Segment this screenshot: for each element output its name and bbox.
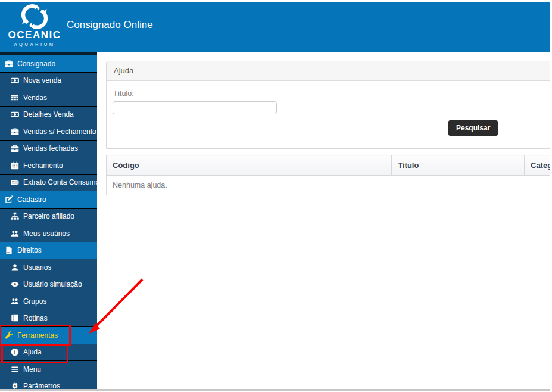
sidebar-item-label: Vendas s/ Fechamento [23, 127, 96, 136]
page: { "header": { "app_title": "Consignado O… [0, 0, 552, 392]
wrench-icon [5, 331, 13, 340]
sidebar-item-label: Usuário simulação [23, 280, 82, 288]
sidebar-item-menu[interactable]: Menu [0, 361, 97, 378]
sidebar-item-ferramentas[interactable]: Ferramentas [0, 327, 97, 344]
app-window: OCEANIC AQUARIUM Consignado Online Consi… [0, 2, 550, 389]
briefcase-icon [11, 144, 19, 153]
results-table: CódigoTítuloCategoria Nenhuma ajuda. [106, 155, 550, 195]
sidebar-item-usuario-simulacao[interactable]: Usuário simulação [0, 276, 97, 294]
sidebar-item-label: Grupos [23, 297, 46, 306]
sidebar-item-consignado[interactable]: Consignado [0, 55, 97, 73]
sidebar-item-label: Extrato Conta Consumo [23, 178, 99, 186]
sitemap-icon [11, 212, 19, 220]
calendar-icon [11, 161, 19, 170]
users-icon [11, 229, 19, 238]
sidebar-item-parametros[interactable]: Parâmetros [0, 378, 97, 390]
sidebar-item-label: Meus usuários [23, 229, 70, 238]
sidebar-item-label: Direitos [17, 246, 42, 254]
logo-name: OCEANIC [4, 30, 66, 40]
user-icon [11, 263, 19, 272]
logo-subname: AQUARIUM [4, 42, 66, 47]
sidebar-item-label: Usuários [23, 263, 51, 272]
sidebar-item-label: Nova venda [23, 76, 61, 85]
panel-body: Título: Pesquisar [107, 81, 550, 148]
sidebar-item-label: Vendas [23, 94, 47, 102]
sidebar-item-ajuda[interactable]: Ajuda [0, 344, 97, 362]
titulo-input[interactable] [113, 101, 277, 114]
sidebar-item-label: Menu [23, 365, 41, 374]
sidebar-item-vendas-fechadas[interactable]: Vendas fechadas [0, 141, 97, 158]
eye-icon [11, 280, 19, 288]
sidebar-item-fechamento[interactable]: Fechamento [0, 157, 97, 175]
sidebar-item-label: Ferramentas [17, 331, 58, 340]
sidebar-item-vendas-s-fechamento[interactable]: Vendas s/ Fechamento [0, 123, 97, 141]
sidebar-item-nova-venda[interactable]: Nova venda [0, 73, 97, 90]
money-icon [11, 110, 19, 119]
column-header-titulo[interactable]: Título [392, 155, 525, 176]
sidebar-item-extrato-conta-consumo[interactable]: Extrato Conta Consumo [0, 175, 97, 192]
column-header-categoria[interactable]: Categoria [525, 155, 551, 176]
fish-logo-icon [4, 4, 66, 30]
sidebar-item-detalhes-venda[interactable]: Detalhes Venda [0, 107, 97, 124]
panel-title: Ajuda [107, 61, 550, 81]
sidebar-item-label: Vendas fechadas [23, 144, 78, 153]
sidebar-item-parceiro-afiliado[interactable]: Parceiro afiliado [0, 209, 97, 226]
sidebar-item-cadastro[interactable]: Cadastro [0, 191, 97, 209]
sidebar-item-label: Fechamento [23, 161, 63, 170]
app-header: OCEANIC AQUARIUM Consignado Online [0, 2, 550, 52]
sidebar-item-label: Parceiro afiliado [23, 212, 74, 220]
sidebar-item-label: Ajuda [23, 348, 42, 356]
sidebar-menu: ConsignadoNova vendaVendasDetalhes Venda… [0, 52, 97, 389]
edit-icon [5, 195, 13, 204]
empty-row: Nenhuma ajuda. [107, 176, 551, 195]
empty-message: Nenhuma ajuda. [107, 176, 551, 195]
sidebar-item-usuarios[interactable]: Usuários [0, 259, 97, 276]
sidebar-item-rotinas[interactable]: Rotinas [0, 310, 97, 328]
sidebar-item-label: Parâmetros [23, 382, 60, 389]
pesquisar-button[interactable]: Pesquisar [448, 120, 498, 136]
file-icon [5, 246, 13, 254]
book-icon [11, 314, 19, 322]
sidebar-item-meus-usuarios[interactable]: Meus usuários [0, 225, 97, 242]
sidebar-item-direitos[interactable]: Direitos [0, 242, 97, 260]
main-content: Ajuda Título: Pesquisar CódigoTítuloCate… [97, 52, 550, 389]
page-title: Consignado Online [67, 19, 153, 31]
logo: OCEANIC AQUARIUM [4, 2, 66, 47]
help-search-panel: Ajuda Título: Pesquisar [106, 61, 550, 149]
sidebar-item-label: Detalhes Venda [23, 110, 74, 119]
bars-icon [11, 365, 19, 374]
money-icon [11, 76, 19, 85]
users-icon [11, 297, 19, 306]
table-icon [11, 94, 19, 102]
briefcase-icon [11, 127, 19, 136]
info-icon [11, 348, 19, 356]
sidebar-item-label: Consignado [17, 60, 55, 68]
newspaper-icon [11, 178, 19, 186]
sidebar-item-label: Cadastro [17, 195, 46, 204]
titulo-label: Título: [113, 89, 134, 98]
briefcase-icon [5, 60, 13, 68]
sidebar-item-grupos[interactable]: Grupos [0, 293, 97, 310]
sidebar-item-label: Rotinas [23, 314, 48, 322]
gear-icon [11, 382, 19, 389]
sidebar-item-vendas[interactable]: Vendas [0, 89, 97, 107]
column-header-codigo[interactable]: Código [107, 155, 392, 176]
